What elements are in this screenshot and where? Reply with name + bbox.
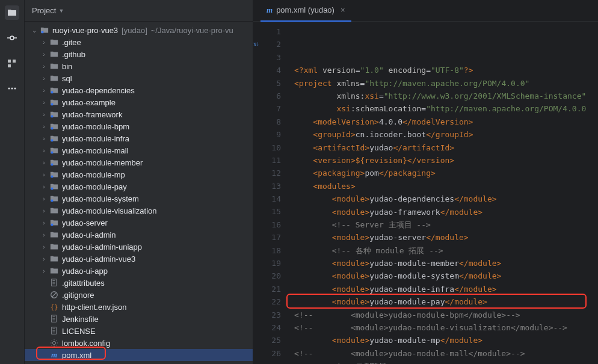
chevron-right-icon[interactable]: ›	[39, 171, 49, 178]
chevron-right-icon[interactable]: ›	[39, 256, 49, 262]
tree-item[interactable]: ›yudao-framework	[25, 108, 253, 120]
chevron-right-icon[interactable]: ›	[39, 196, 49, 202]
chevron-right-icon[interactable]: ›	[39, 184, 49, 190]
tree-path: ~/Java/ruoyi-vue-pro-vu	[151, 26, 233, 35]
line-number: 15	[253, 205, 281, 218]
tree-label: lombok.config	[62, 339, 110, 348]
project-panel-header[interactable]: Project ▼	[25, 0, 253, 22]
code-line[interactable]: xsi:schemaLocation="http://maven.apache.…	[294, 102, 598, 115]
chevron-right-icon[interactable]: ›	[39, 111, 49, 118]
tree-item[interactable]: ›.gitattributes	[25, 277, 253, 289]
tree-item[interactable]: ›mpom.xml	[25, 349, 253, 361]
code-line[interactable]: <!-- Server 主项目 -->	[294, 218, 598, 231]
tree-label: pom.xml	[62, 351, 91, 360]
chevron-right-icon[interactable]: ›	[39, 123, 49, 130]
project-tool-icon[interactable]	[5, 5, 19, 20]
tree-item[interactable]: ›yudao-dependencies	[25, 84, 253, 96]
editor-body[interactable]: 12m↓345678910111213141516171819202122232…	[253, 22, 598, 364]
tree-item[interactable]: ›{}http-client.env.json	[25, 301, 253, 313]
tree-item[interactable]: ›sql	[25, 72, 253, 84]
line-number: 17	[253, 231, 281, 244]
svg-rect-20	[51, 224, 54, 226]
tree-item[interactable]: ›.gitignore	[25, 289, 253, 301]
tree-item[interactable]: ›yudao-server	[25, 217, 253, 229]
tree-item[interactable]: ›yudao-module-pay	[25, 180, 253, 193]
tree-item[interactable]: ›LICENSE	[25, 325, 253, 337]
chevron-right-icon[interactable]: ›	[39, 208, 49, 214]
chevron-right-icon[interactable]: ›	[39, 135, 49, 142]
code-line[interactable]: <modelVersion>4.0.0</modelVersion>	[294, 116, 598, 128]
tree-label: yudao-module-pay	[62, 182, 127, 191]
chevron-right-icon[interactable]: ›	[39, 244, 49, 250]
code-line[interactable]: <groupId>cn.iocoder.boot</groupId>	[294, 128, 598, 141]
tree-item[interactable]: ›yudao-module-infra	[25, 132, 253, 144]
chevron-right-icon[interactable]: ›	[39, 39, 49, 46]
tree-item[interactable]: ›yudao-ui-admin-uniapp	[25, 241, 253, 253]
code-line[interactable]: <modules>	[294, 180, 598, 193]
tree-label: yudao-module-mp	[62, 170, 125, 179]
chevron-right-icon[interactable]: ›	[39, 87, 49, 94]
tree-item[interactable]: ›yudao-ui-app	[25, 265, 253, 277]
tree-item[interactable]: ›lombok.config	[25, 337, 253, 349]
code-line[interactable]: <module>yudao-module-infra</module>	[294, 283, 598, 295]
left-tool-rail	[0, 0, 25, 364]
module-icon	[49, 170, 60, 179]
code-line[interactable]: <module>yudao-module-pay</module>	[294, 295, 598, 308]
chevron-right-icon[interactable]: ›	[39, 232, 49, 238]
chevron-right-icon[interactable]: ›	[39, 159, 49, 166]
tree-item[interactable]: ›yudao-module-mp	[25, 168, 253, 180]
tree-item[interactable]: ›yudao-module-mall	[25, 144, 253, 156]
code-area[interactable]: <?xml version="1.0" encoding="UTF-8"?><p…	[289, 22, 598, 364]
code-line[interactable]: <project xmlns="http://maven.apache.org/…	[294, 77, 598, 90]
chevron-right-icon[interactable]: ›	[39, 268, 49, 274]
code-line[interactable]: <!-- 各种 module 拓展 -->	[294, 244, 598, 257]
tree-label: yudao-module-infra	[62, 134, 129, 143]
code-line[interactable]: <packaging>pom</packaging>	[294, 167, 598, 179]
code-line[interactable]: <module>yudao-module-system</module>	[294, 270, 598, 282]
code-line[interactable]: <module>yudao-module-member</module>	[294, 257, 598, 270]
chevron-right-icon[interactable]: ›	[39, 75, 49, 82]
chevron-right-icon[interactable]: ›	[39, 63, 49, 70]
chevron-right-icon[interactable]: ›	[39, 147, 49, 154]
code-line[interactable]: <version>${revision}</version>	[294, 154, 598, 167]
tree-root[interactable]: ⌄ruoyi-vue-pro-vue3[yudao] ~/Java/ruoyi-…	[25, 24, 253, 36]
code-line[interactable]: <!-- <module>yudao-module-bpm</module>--…	[294, 309, 598, 321]
tree-item[interactable]: ›Jenkinsfile	[25, 313, 253, 325]
tree-item[interactable]: ›yudao-module-member	[25, 156, 253, 168]
code-line[interactable]: <?xml version="1.0" encoding="UTF-8"?>	[294, 64, 598, 76]
code-line[interactable]: <!-- 示例项目 -->	[294, 360, 598, 364]
module-icon	[49, 134, 60, 143]
code-line[interactable]: <module>yudao-framework</module>	[294, 206, 598, 218]
project-tree[interactable]: ⌄ruoyi-vue-pro-vue3[yudao] ~/Java/ruoyi-…	[25, 22, 253, 364]
code-line[interactable]: <module>yudao-dependencies</module>	[294, 193, 598, 205]
chevron-right-icon[interactable]: ›	[39, 220, 49, 226]
tree-item[interactable]: ›yudao-module-bpm	[25, 120, 253, 132]
code-line[interactable]: <module>yudao-server</module>	[294, 231, 598, 244]
code-line[interactable]: xmlns:xsi="http://www.w3.org/2001/XMLSch…	[294, 90, 598, 102]
tree-item[interactable]: ›yudao-example	[25, 96, 253, 108]
code-line[interactable]: <artifactId>yudao</artifactId>	[294, 141, 598, 154]
chevron-right-icon[interactable]: ›	[39, 51, 49, 58]
module-icon	[49, 122, 60, 131]
chevron-down-icon[interactable]: ⌄	[29, 27, 39, 34]
tab-pom-xml[interactable]: m pom.xml (yudao) ×	[260, 0, 351, 22]
tree-item[interactable]: ›bin	[25, 60, 253, 72]
tree-item[interactable]: ›yudao-ui-admin	[25, 229, 253, 241]
tree-item[interactable]: ›yudao-ui-admin-vue3	[25, 253, 253, 265]
tree-item[interactable]: ›.github	[25, 48, 253, 60]
code-line[interactable]: <!-- <module>yudao-module-visualization<…	[294, 321, 598, 334]
svg-rect-5	[8, 64, 11, 67]
tree-item[interactable]: ›yudao-module-visualization	[25, 205, 253, 217]
maven-marker-icon[interactable]: m↓	[253, 40, 259, 47]
code-line[interactable]: <module>yudao-module-mp</module>	[294, 334, 598, 347]
tree-label: yudao-ui-admin-vue3	[62, 254, 135, 264]
commit-tool-icon[interactable]	[5, 31, 19, 45]
more-tool-icon[interactable]	[5, 81, 19, 96]
code-line[interactable]: <!-- <module>yudao-module-mall</module>-…	[294, 347, 598, 360]
tree-label: yudao-module-mall	[62, 146, 129, 155]
tree-item[interactable]: ›.gitee	[25, 36, 253, 48]
close-icon[interactable]: ×	[341, 5, 345, 14]
chevron-right-icon[interactable]: ›	[39, 99, 49, 106]
tree-item[interactable]: ›yudao-module-system	[25, 193, 253, 205]
structure-tool-icon[interactable]	[5, 56, 19, 70]
